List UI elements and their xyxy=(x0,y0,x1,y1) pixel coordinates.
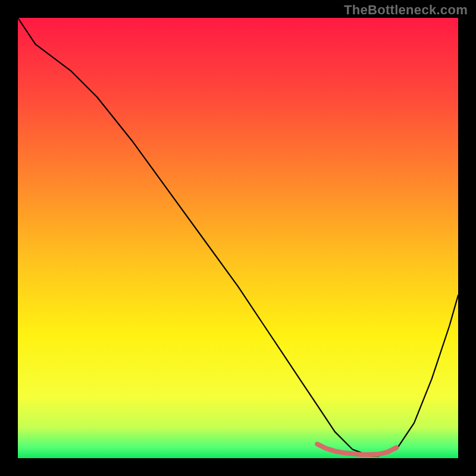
chart-svg xyxy=(0,0,476,476)
chart-frame: TheBottleneck.com xyxy=(0,0,476,476)
watermark-label: TheBottleneck.com xyxy=(344,2,468,18)
